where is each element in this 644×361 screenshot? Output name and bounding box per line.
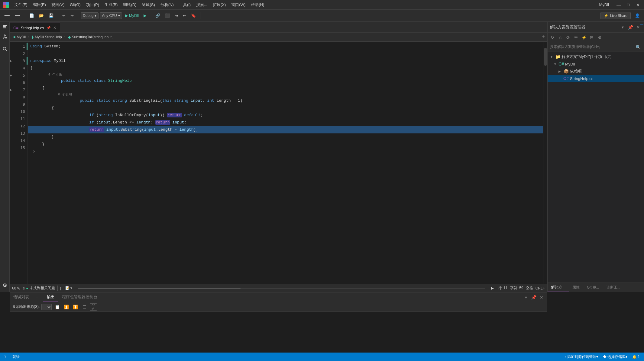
bookmark-button[interactable]: 🔖 bbox=[189, 12, 198, 19]
status-git-icon[interactable]: ⑊ bbox=[2, 354, 8, 359]
code-line-5[interactable]: public static class StringHelp bbox=[28, 77, 543, 85]
output-btn-2[interactable]: ⏫ bbox=[63, 303, 70, 311]
menu-view[interactable]: 视图(V) bbox=[49, 2, 67, 8]
output-btn-4[interactable]: ☰ bbox=[81, 303, 88, 311]
maximize-button[interactable]: □ bbox=[625, 1, 632, 8]
menu-tools[interactable]: 工具(I) bbox=[177, 2, 193, 8]
menu-test[interactable]: 测试(S) bbox=[139, 2, 157, 8]
select-repository[interactable]: ◆ 选择存储库▾ bbox=[601, 354, 629, 360]
output-btn-3[interactable]: ⏬ bbox=[72, 303, 79, 311]
collapse-icon-5[interactable]: ▶ bbox=[10, 72, 12, 79]
tab-output[interactable]: 输出 bbox=[43, 292, 58, 302]
close-button[interactable]: ✕ bbox=[634, 1, 642, 8]
debug-config-dropdown[interactable]: Debug ▾ bbox=[81, 12, 99, 19]
sidebar-solution-explorer[interactable] bbox=[1, 23, 9, 31]
sol-tab-diagnostics[interactable]: 诊断工... bbox=[603, 283, 624, 292]
dependencies-node[interactable]: ▶ 📦 依赖项 bbox=[548, 68, 644, 75]
tab-close-button[interactable]: ✕ bbox=[53, 26, 56, 30]
tab-stringhelp[interactable]: C# StringHelp.cs 📌 ✕ bbox=[10, 23, 60, 32]
menu-debug[interactable]: 调试(D) bbox=[121, 2, 139, 8]
sidebar-search[interactable] bbox=[1, 45, 9, 53]
open-button[interactable]: 📂 bbox=[37, 12, 46, 19]
code-line-7[interactable]: public static string SubstringTail(this … bbox=[28, 97, 543, 104]
sol-sync-button[interactable]: ↻ bbox=[549, 34, 556, 41]
live-share-button[interactable]: ⚡ Live Share bbox=[600, 12, 631, 19]
sol-filter-button[interactable]: ⚡ bbox=[580, 34, 587, 41]
code-line-15[interactable] bbox=[28, 155, 543, 162]
output-source-select[interactable] bbox=[41, 304, 52, 310]
breadcrumb-project[interactable]: ■ MyDll bbox=[12, 34, 27, 40]
sol-show-all-button[interactable]: 👁 bbox=[572, 34, 580, 41]
code-line-11[interactable]: return input.Substring(input.Length - le… bbox=[28, 126, 543, 133]
menu-project[interactable]: 项目(P) bbox=[84, 2, 102, 8]
tab-more[interactable]: ... bbox=[33, 293, 43, 302]
breadcrumb-method[interactable]: ◆ SubstringTail(string input, ... bbox=[67, 34, 118, 40]
solution-root[interactable]: ▼ 📁 解决方案"MyDll"(1 个项目/共 bbox=[548, 53, 644, 60]
stringhelp-file-node[interactable]: C# StringHelp.cs bbox=[548, 75, 644, 82]
minimize-button[interactable]: — bbox=[615, 1, 622, 8]
scroll-right[interactable]: ▶ bbox=[489, 285, 496, 291]
editor-scrollbar[interactable] bbox=[543, 42, 547, 284]
code-line-3[interactable]: namespace MyDll bbox=[28, 57, 543, 65]
sidebar-settings[interactable] bbox=[1, 281, 9, 290]
menu-git[interactable]: Git(G) bbox=[67, 2, 83, 8]
menu-help[interactable]: 帮助(H) bbox=[248, 2, 267, 8]
branch-selector[interactable]: ⎋ ● 未找到相关问题 bbox=[23, 286, 55, 291]
sol-settings-button[interactable]: ⚙ bbox=[596, 34, 603, 41]
forward-button[interactable]: ⟶ bbox=[13, 12, 22, 19]
back-button[interactable]: ⟵ bbox=[2, 12, 12, 19]
output-btn-5[interactable]: ab⇌ bbox=[90, 303, 97, 311]
add-to-source-control[interactable]: ↑ 添加到源代码管理▾ bbox=[562, 354, 600, 360]
menu-file[interactable]: 文件(F) bbox=[12, 2, 30, 8]
menu-search[interactable]: 搜索... bbox=[194, 2, 210, 8]
breadcrumb-add-button[interactable]: + bbox=[542, 34, 545, 40]
save-all-button[interactable]: 💾 bbox=[47, 12, 55, 19]
attach-button[interactable]: 🔗 bbox=[154, 12, 162, 19]
menu-analyze[interactable]: 分析(N) bbox=[158, 2, 176, 8]
code-line-1[interactable]: using System; bbox=[28, 43, 543, 50]
menu-build[interactable]: 生成(B) bbox=[102, 2, 120, 8]
solution-search-text[interactable]: 搜索解决方案资源管理器(Ctrl+; bbox=[550, 44, 634, 50]
step-over-button[interactable]: ⇥ bbox=[173, 12, 180, 19]
sol-tab-properties[interactable]: 属性 bbox=[569, 283, 583, 292]
tab-package-manager[interactable]: 程序包管理器控制台 bbox=[58, 292, 101, 302]
bp-pin-btn[interactable]: 📌 bbox=[530, 294, 537, 301]
sol-home-button[interactable]: ⌂ bbox=[557, 34, 564, 41]
editor-scrollbar-thumb[interactable] bbox=[544, 48, 547, 66]
code-line-13[interactable]: } bbox=[28, 141, 543, 148]
status-ready[interactable]: 就绪 bbox=[11, 354, 21, 360]
collapse-icon-7[interactable]: ▶ bbox=[10, 86, 12, 94]
menu-extend[interactable]: 扩展(X) bbox=[210, 2, 228, 8]
git-changes-button[interactable]: 📝 ▾ bbox=[63, 285, 74, 291]
collapse-icon-3[interactable]: ▶ bbox=[10, 57, 12, 65]
run-icon-button[interactable]: ▶ bbox=[142, 12, 148, 19]
solution-search-icon[interactable]: 🔍 bbox=[634, 43, 642, 51]
menu-window[interactable]: 窗口(W) bbox=[229, 2, 248, 8]
breakpoints-button[interactable]: ⬛ bbox=[163, 12, 172, 19]
sol-tab-git[interactable]: Git 更... bbox=[583, 283, 603, 292]
menu-edit[interactable]: 编辑(E) bbox=[31, 2, 48, 8]
platform-dropdown[interactable]: Any CPU ▾ bbox=[100, 12, 122, 19]
redo-button[interactable]: ↪ bbox=[69, 12, 76, 19]
code-content[interactable]: using System; namespace MyDll { 0 个引用 bbox=[28, 42, 543, 284]
new-file-button[interactable]: 📄 bbox=[28, 12, 36, 19]
project-node[interactable]: ▼ C# MyDll bbox=[548, 60, 644, 68]
scroll-position-bar[interactable] bbox=[78, 288, 485, 289]
sol-pin-button[interactable]: 📌 bbox=[627, 24, 634, 30]
sol-tab-solution[interactable]: 解决方... bbox=[548, 283, 569, 292]
sol-collapse-button[interactable]: ▾ bbox=[619, 24, 626, 30]
indent-button[interactable]: ⇤ bbox=[181, 12, 188, 19]
feedback-button[interactable]: 👤 bbox=[633, 12, 642, 19]
sol-refresh-button[interactable]: ⟳ bbox=[565, 34, 572, 41]
sol-collapse-all-button[interactable]: ⊟ bbox=[588, 34, 595, 41]
notification-bell[interactable]: 🔔 1 bbox=[630, 354, 642, 359]
run-button[interactable]: ▶ MyDll bbox=[123, 12, 141, 19]
bp-dropdown-btn[interactable]: ▾ bbox=[523, 294, 529, 301]
tab-pin-icon[interactable]: 📌 bbox=[47, 26, 51, 30]
undo-button[interactable]: ↩ bbox=[60, 12, 67, 19]
code-line-2[interactable] bbox=[28, 50, 543, 57]
tab-error-list[interactable]: 错误列表 bbox=[10, 292, 33, 302]
sidebar-git[interactable] bbox=[1, 33, 9, 41]
output-btn-1[interactable]: 📋 bbox=[53, 303, 61, 311]
code-line-14[interactable]: } bbox=[28, 148, 543, 155]
